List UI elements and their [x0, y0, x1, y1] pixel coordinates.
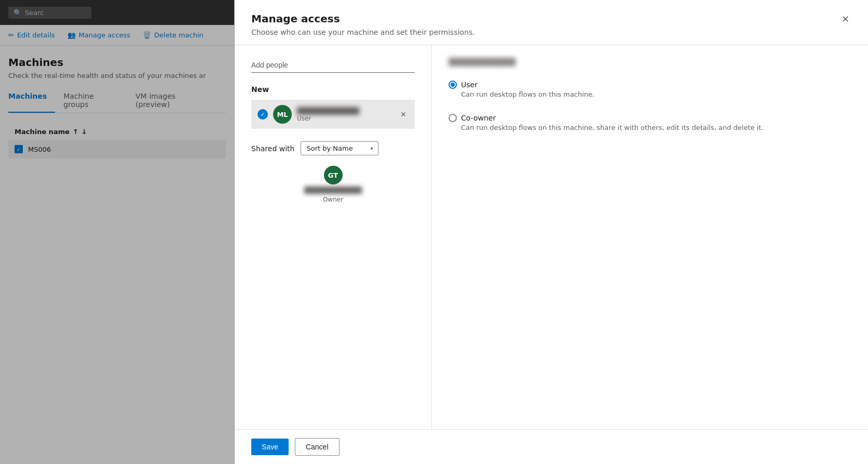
save-button[interactable]: Save	[251, 439, 289, 455]
left-panel: New ✓ ML ████████████ User ✕ Shared with	[235, 45, 432, 429]
chevron-down-icon: ▾	[370, 145, 373, 151]
new-section-label: New	[251, 85, 415, 94]
add-people-section	[251, 58, 415, 73]
dialog-footer: Save Cancel	[235, 429, 868, 464]
user-permission-desc: Can run desktop flows on this machine.	[449, 90, 851, 99]
coowner-radio-button[interactable]	[449, 114, 457, 122]
user-permission-option: User Can run desktop flows on this machi…	[449, 81, 851, 99]
sort-by-dropdown[interactable]: Sort by Name ▾	[301, 141, 378, 155]
selected-check-icon: ✓	[257, 109, 268, 120]
add-people-input[interactable]	[251, 58, 415, 73]
dialog-title: Manage access	[251, 12, 475, 25]
coowner-permission-option: Co-owner Can run desktop flows on this m…	[449, 114, 851, 132]
user-radio-row[interactable]: User	[449, 81, 851, 89]
new-user-list: ✓ ML ████████████ User ✕	[251, 100, 415, 129]
coowner-radio-label: Co-owner	[461, 114, 496, 122]
user-email: ████████████	[297, 107, 393, 115]
coowner-radio-row[interactable]: Co-owner	[449, 114, 851, 122]
user-radio-label: User	[461, 81, 478, 89]
dialog-header: Manage access Choose who can use your ma…	[235, 0, 868, 45]
shared-user-name: ████████████	[304, 187, 362, 194]
close-button[interactable]: ✕	[839, 12, 851, 26]
selected-user-display-name: ████████████	[449, 58, 851, 66]
user-avatar-gt: GT	[324, 166, 343, 184]
shared-user-role: Owner	[323, 196, 343, 203]
user-role: User	[297, 115, 393, 122]
sort-dropdown-text: Sort by Name	[306, 144, 366, 152]
user-radio-button[interactable]	[449, 81, 457, 89]
new-user-item[interactable]: ✓ ML ████████████ User ✕	[251, 100, 415, 129]
dialog-subtitle: Choose who can use your machine and set …	[251, 28, 475, 36]
cancel-button[interactable]: Cancel	[295, 438, 340, 456]
user-info: ████████████ User	[297, 107, 393, 122]
manage-access-dialog: Manage access Choose who can use your ma…	[235, 0, 868, 464]
dialog-title-group: Manage access Choose who can use your ma…	[251, 12, 475, 36]
shared-user-item: GT ████████████ Owner	[251, 162, 415, 207]
shared-with-header: Shared with Sort by Name ▾	[251, 141, 415, 155]
user-avatar-ml: ML	[273, 105, 292, 124]
coowner-permission-desc: Can run desktop flows on this machine, s…	[449, 123, 851, 132]
remove-user-button[interactable]: ✕	[398, 110, 409, 119]
shared-with-section: Shared with Sort by Name ▾ GT ██████████…	[251, 141, 415, 207]
shared-with-label: Shared with	[251, 144, 294, 153]
right-panel: ████████████ User Can run desktop flows …	[432, 45, 868, 429]
dialog-body: New ✓ ML ████████████ User ✕ Shared with	[235, 45, 868, 429]
